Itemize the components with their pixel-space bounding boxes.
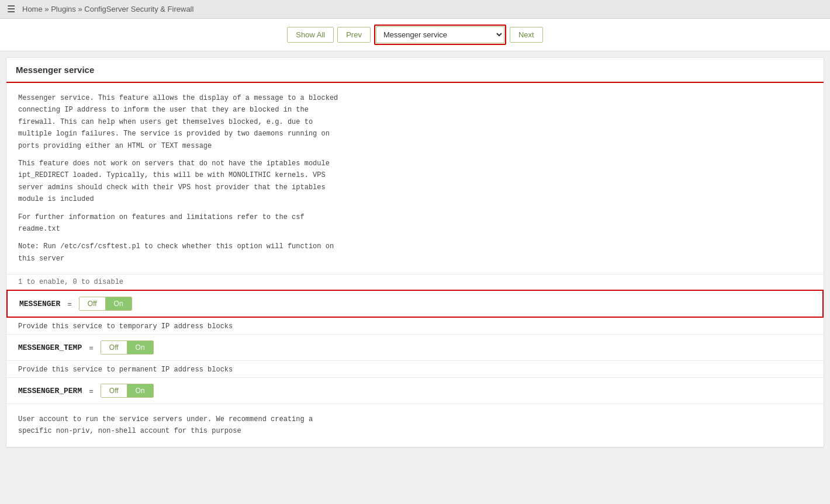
desc4-text: Note: Run /etc/csf/csftest.pl to check w… (18, 241, 812, 265)
messenger-temp-toggle: Off On (101, 340, 154, 354)
section-title: Messenger service (6, 58, 824, 83)
desc2-text: This feature does not work on servers th… (18, 158, 812, 206)
bottom-description-block: User account to run the service servers … (6, 404, 824, 447)
bottom-desc-text: User account to run the service servers … (18, 413, 812, 437)
top-bar: ☰ Home » Plugins » ConfigServer Security… (0, 0, 830, 19)
main-content: Messenger service Messenger service. Thi… (6, 57, 824, 448)
messenger-perm-equals: = (89, 387, 94, 395)
messenger-label: MESSENGER (19, 300, 60, 308)
next-button[interactable]: Next (510, 27, 543, 43)
messenger-temp-label: MESSENGER_TEMP (18, 343, 82, 352)
messenger-off-button[interactable]: Off (79, 297, 106, 310)
messenger-on-button[interactable]: On (106, 297, 132, 310)
breadcrumb: Home » Plugins » ConfigServer Security &… (22, 5, 193, 13)
desc1-text: Messenger service. This feature allows t… (18, 92, 812, 152)
messenger-temp-on-button[interactable]: On (127, 341, 153, 354)
messenger-perm-on-button[interactable]: On (127, 384, 153, 397)
messenger-perm-off-button[interactable]: Off (101, 384, 127, 397)
messenger-temp-equals: = (89, 343, 94, 352)
nav-bar: Show All Prev Messenger service Next (0, 19, 830, 51)
section-select[interactable]: Messenger service (376, 26, 504, 43)
breadcrumb-sep1: » (44, 5, 51, 13)
messenger-temp-description: Provide this service to temporary IP add… (6, 318, 824, 335)
description-block-1: Messenger service. This feature allows t… (6, 83, 824, 274)
messenger-perm-description: Provide this service to permanent IP add… (6, 361, 824, 378)
show-all-button[interactable]: Show All (287, 27, 334, 43)
breadcrumb-home[interactable]: Home (22, 5, 43, 13)
messenger-equals: = (67, 300, 72, 308)
messenger-perm-toggle: Off On (101, 384, 154, 398)
section-select-wrapper: Messenger service (374, 25, 506, 45)
menu-icon[interactable]: ☰ (7, 4, 15, 15)
messenger-temp-setting-row: MESSENGER_TEMP = Off On (6, 335, 824, 361)
messenger-temp-off-button[interactable]: Off (101, 341, 127, 354)
breadcrumb-current: ConfigServer Security & Firewall (84, 5, 193, 13)
enable-note: 1 to enable, 0 to disable (6, 274, 824, 290)
desc3-text: For further information on features and … (18, 211, 812, 235)
messenger-perm-label: MESSENGER_PERM (18, 387, 82, 395)
messenger-setting-row: MESSENGER = Off On (6, 290, 824, 318)
messenger-perm-setting-row: MESSENGER_PERM = Off On (6, 378, 824, 404)
messenger-toggle: Off On (79, 297, 132, 311)
prev-button[interactable]: Prev (337, 27, 371, 43)
breadcrumb-sep2: » (78, 5, 84, 13)
breadcrumb-plugins[interactable]: Plugins (51, 5, 76, 13)
